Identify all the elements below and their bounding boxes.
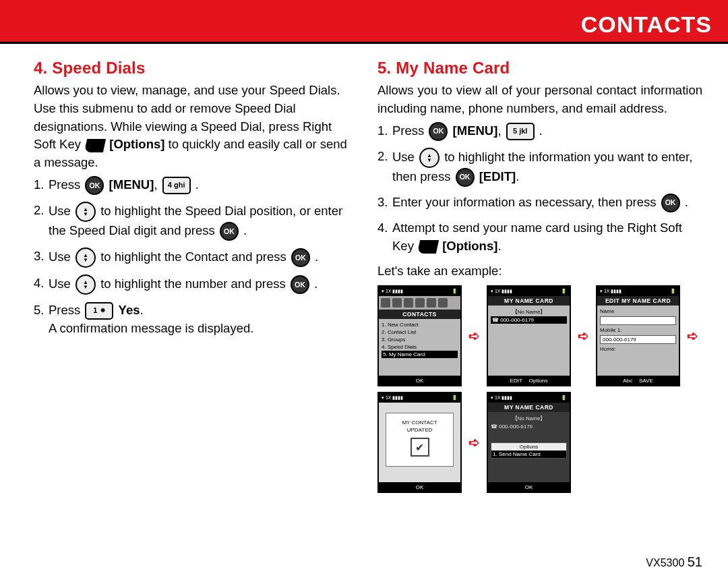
screen-body: 【No Name】 ☎ 000-000-6179	[488, 305, 570, 376]
popup-title: Options	[491, 443, 566, 450]
status-bar: ▾ 1X ▮▮▮▮🔋	[597, 287, 679, 296]
step-text: to highlight the Contact and press	[100, 250, 290, 264]
arrow-right-icon: ➪	[468, 434, 480, 450]
step-text: .	[497, 239, 501, 253]
nav-up-down-icon	[75, 202, 96, 222]
softkey-bar: OK	[379, 376, 460, 385]
list-item: ☎ 000-000-6179	[491, 423, 567, 430]
speed-dials-steps: Press OK [MENU], 4 ghi . Use to highligh…	[34, 176, 355, 338]
arrow-right-icon: ➪	[468, 328, 480, 344]
page-number: 51	[688, 554, 702, 569]
step-text: .	[516, 169, 519, 183]
header-title: CONTACTS	[581, 11, 712, 38]
screen-contacts-menu: ▾ 1X ▮▮▮▮🔋 CONTACTS 1. New Contact 2. Co…	[377, 285, 462, 386]
step-text: Use	[392, 150, 418, 164]
step-3: Use to highlight the Contact and press O…	[34, 248, 355, 268]
step-text: Press	[49, 303, 84, 317]
step-text: Use	[49, 277, 74, 291]
content-area: 4. Speed Dials Allows you to view, manag…	[0, 44, 728, 504]
field-label: Home:	[600, 345, 676, 353]
ok-icon: OK	[220, 222, 239, 241]
step-text: Enter your information as necessary, the…	[392, 195, 660, 209]
yes-label: Yes	[119, 303, 140, 317]
screen-my-name-card: ▾ 1X ▮▮▮▮🔋 MY NAME CARD 【No Name】 ☎ 000-…	[487, 285, 571, 386]
step-text: .	[243, 223, 247, 237]
right-soft-key-icon	[84, 139, 106, 152]
options-label: [Options]	[442, 239, 497, 253]
screen-row-2: ▾ 1X ▮▮▮▮🔋 MY CONTACT UPDATED ✔ OK ➪	[377, 392, 702, 493]
step-text: ,	[497, 123, 504, 138]
field-input: 000-000-6179	[600, 335, 676, 344]
dialog-text: UPDATED	[388, 426, 452, 434]
ok-icon: OK	[456, 168, 475, 187]
ok-icon: OK	[429, 122, 448, 141]
screen-title: MY NAME CARD	[488, 403, 570, 412]
step-text: .	[685, 195, 688, 209]
list-item-highlighted: ☎ 000-000-6179	[491, 316, 567, 324]
name-card-steps: Press OK [MENU], 5 jkl . Use to highligh…	[377, 122, 702, 256]
screen-title: CONTACTS	[379, 310, 460, 319]
example-label: Let's take an example:	[377, 262, 702, 281]
step-4: Use to highlight the number and press OK…	[34, 274, 355, 295]
field-input	[600, 316, 676, 325]
step-1: Press OK [MENU], 5 jkl .	[377, 122, 702, 141]
arrow-right-icon: ➪	[578, 328, 589, 344]
list-item-highlighted: 1. Send Name Card	[491, 450, 566, 458]
right-soft-key-icon	[417, 240, 439, 254]
header-band: CONTACTS	[0, 0, 728, 42]
edit-label: [EDIT]	[479, 169, 516, 183]
speed-dials-heading: 4. Speed Dials	[34, 59, 355, 78]
step-1: Press OK [MENU], 4 ghi .	[34, 176, 355, 195]
step-text: Press	[392, 123, 427, 138]
screen-body: 1. New Contact 2. Contact List 3. Groups…	[379, 319, 460, 376]
model-number: VX5300	[646, 557, 684, 569]
manual-page: CONTACTS 4. Speed Dials Allows you to vi…	[0, 0, 728, 582]
status-bar: ▾ 1X ▮▮▮▮🔋	[488, 287, 570, 296]
softkey-bar: OK	[379, 482, 460, 492]
menu-label: [MENU]	[453, 123, 498, 138]
page-footer: VX5300 51	[646, 554, 702, 570]
list-item: 【No Name】	[491, 308, 567, 316]
list-item: 3. Groups	[382, 336, 458, 343]
screen-row-1: ▾ 1X ▮▮▮▮🔋 CONTACTS 1. New Contact 2. Co…	[377, 285, 702, 386]
softkey-bar: AbcSAVE	[597, 376, 679, 385]
options-label: [Options]	[109, 137, 164, 151]
step-text: .	[539, 123, 543, 138]
menu-label: [MENU]	[109, 177, 154, 192]
tab-icons	[379, 296, 460, 310]
check-icon: ✔	[411, 438, 429, 457]
ok-icon: OK	[291, 248, 310, 267]
list-item: 【No Name】	[491, 414, 567, 423]
nav-up-down-icon	[75, 274, 96, 295]
step-text: Use	[49, 204, 74, 218]
list-item: 4. Speed Dials	[382, 343, 458, 351]
list-item: 2. Contact List	[382, 328, 458, 336]
left-column: 4. Speed Dials Allows you to view, manag…	[34, 59, 369, 498]
step-text: ,	[154, 177, 160, 192]
ok-icon: OK	[291, 275, 309, 294]
screen-title: EDIT MY NAME CARD	[597, 296, 679, 305]
softkey-bar: EDITOptions	[488, 376, 570, 385]
step-text: Press	[49, 177, 84, 192]
status-bar: ▾ 1X ▮▮▮▮🔋	[488, 393, 570, 403]
step-2: Use to highlight the Speed Dial position…	[34, 202, 355, 241]
step-text: Use	[49, 250, 74, 264]
name-card-intro: Allows you to view all of your personal …	[377, 82, 702, 118]
list-item: 1. New Contact	[382, 321, 458, 328]
dialog-text: MY CONTACT	[388, 419, 452, 426]
step-text: to highlight the number and press	[100, 277, 289, 291]
screen-edit-name-card: ▾ 1X ▮▮▮▮🔋 EDIT MY NAME CARD Name Mobile…	[596, 285, 680, 386]
screen-body: Name Mobile 1: 000-000-6179 Home:	[597, 305, 679, 376]
step-3: Enter your information as necessary, the…	[377, 194, 702, 212]
speed-dials-intro: Allows you to view, manage, and use your…	[34, 82, 355, 172]
status-bar: ▾ 1X ▮▮▮▮🔋	[379, 393, 460, 403]
step-text: .	[315, 250, 318, 264]
nav-up-down-icon	[419, 148, 439, 168]
ok-icon: OK	[661, 194, 680, 212]
screen-body: MY CONTACT UPDATED ✔	[379, 403, 460, 482]
arrow-right-icon: ➪	[687, 328, 698, 344]
name-card-heading: 5. My Name Card	[377, 59, 702, 78]
screen-title: MY NAME CARD	[488, 296, 570, 305]
screen-send-name-card: ▾ 1X ▮▮▮▮🔋 MY NAME CARD 【No Name】 ☎ 000-…	[487, 392, 571, 493]
example-screens: ▾ 1X ▮▮▮▮🔋 CONTACTS 1. New Contact 2. Co…	[377, 285, 702, 493]
